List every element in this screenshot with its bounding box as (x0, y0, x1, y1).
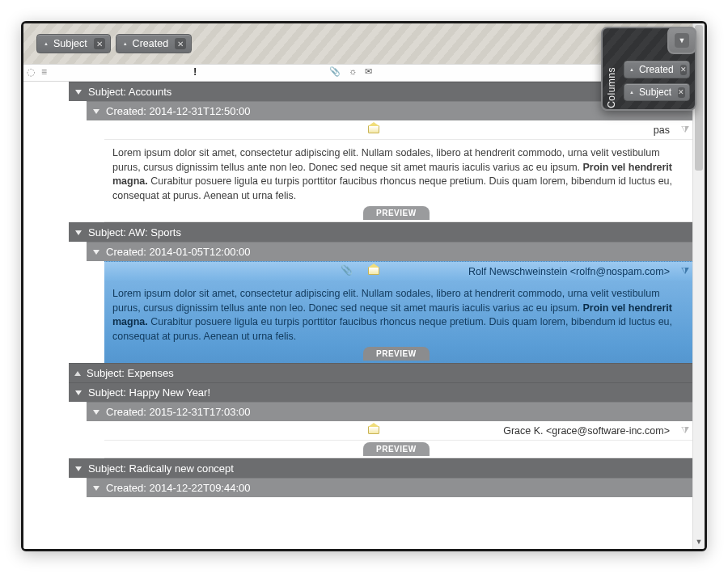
filter-icon[interactable]: ⧩ (681, 124, 689, 135)
chip-remove-icon[interactable]: ✕ (94, 38, 105, 49)
preview-text: Lorem ipsum dolor sit amet, consectetur … (112, 288, 660, 314)
preview-tab-bar: PREVIEW (104, 345, 692, 363)
preview-tab[interactable]: PREVIEW (363, 206, 430, 220)
group-created-label: Created: 2015-12-31T17:03:00 (106, 406, 251, 418)
mail-item: Grace K. <grace@software-inc.com> ⧩ PREV… (104, 421, 692, 458)
sort-asc-icon (629, 90, 634, 95)
preview-text: Curabitur posuere ligula eu turpis portt… (112, 316, 672, 342)
mail-item: pas ⧩ Lorem ipsum dolor sit amet, consec… (104, 120, 692, 222)
group-created-label: Created: 2014-12-31T12:50:00 (106, 105, 251, 117)
header-flag-icons: 📎 ☼ ✉ (329, 66, 372, 77)
sort-asc-icon (123, 41, 128, 46)
filter-icon[interactable]: ⧩ (681, 424, 689, 436)
expand-icon (75, 230, 82, 235)
group-subject-row[interactable]: Subject: AW: Sports (69, 222, 692, 242)
group-subject-label: Subject: Happy New Year! (88, 386, 210, 399)
group-created-label: Created: 2014-01-05T12:00:00 (106, 246, 251, 258)
mail-item-selected: 📎 Rolf Newschweinstein <rolfn@nospam.com… (104, 261, 692, 363)
group-created-row[interactable]: Created: 2014-12-22T09:44:00 (87, 478, 692, 497)
envelope-icon (368, 424, 381, 434)
groupby-chip-created[interactable]: Created ✕ (116, 34, 192, 53)
expand-icon (93, 109, 99, 114)
group-subject-row[interactable]: Subject: Accounts (69, 82, 692, 101)
mail-preview-body: Lorem ipsum dolor sit amet, consectetur … (104, 140, 692, 205)
gutter-icons: ◌ ≡ (27, 66, 47, 78)
grid-body: Subject: Accounts Created: 2014-12-31T12… (23, 82, 692, 549)
column-chip-subject[interactable]: Subject ✕ (624, 83, 690, 101)
group-subject-label: Subject: Expenses (87, 367, 174, 379)
mail-sender: Grace K. <grace@software-inc.com> (503, 425, 686, 437)
preview-text: Curabitur posuere ligula eu turpis portt… (112, 175, 672, 201)
expand-icon (75, 466, 82, 471)
chevron-down-icon: ▼ (675, 33, 689, 48)
columns-chooser-panel: ▼ Columns Created ✕ Subject ✕ (601, 27, 696, 111)
attachment-icon: 📎 (341, 264, 353, 276)
mail-row[interactable]: 📎 Rolf Newschweinstein <rolfn@nospam.com… (104, 261, 692, 281)
preview-tab-bar: PREVIEW (104, 441, 692, 458)
groupby-chip-subject[interactable]: Subject ✕ (36, 34, 111, 53)
chip-label: Subject (53, 38, 87, 49)
preview-text: Lorem ipsum dolor sit amet, consectetur … (112, 147, 660, 173)
expand-icon (74, 371, 81, 376)
mail-sender: Rolf Newschweinstein <rolfn@nospam.com> (468, 266, 686, 277)
group-created-label: Created: 2014-12-22T09:44:00 (106, 482, 251, 494)
chip-label: Created (639, 64, 674, 75)
chip-label: Created (133, 38, 168, 49)
reminder-column-icon[interactable]: ☼ (349, 66, 357, 77)
envelope-icon (368, 124, 381, 133)
preview-tab[interactable]: PREVIEW (363, 442, 430, 456)
mail-row[interactable]: Grace K. <grace@software-inc.com> ⧩ (104, 421, 692, 441)
app-inner: Subject ✕ Created ✕ ◌ ≡ ! 📎 ☼ ✉ ❯ (23, 23, 705, 549)
envelope-icon (368, 265, 381, 275)
group-created-row[interactable]: Created: 2014-01-05T12:00:00 (87, 242, 692, 261)
attachment-column-icon[interactable]: 📎 (329, 66, 341, 77)
group-subject-label: Subject: AW: Sports (88, 226, 181, 238)
importance-column-icon[interactable]: ! (193, 65, 197, 78)
group-created-row[interactable]: Created: 2015-12-31T17:03:00 (87, 402, 692, 421)
mail-row[interactable]: pas ⧩ (104, 120, 692, 140)
expand-icon (93, 486, 99, 491)
sort-asc-icon (44, 41, 49, 46)
expand-icon (93, 250, 99, 255)
chip-label: Subject (639, 87, 671, 98)
drop-icon: ◌ (27, 66, 35, 78)
group-subject-row[interactable]: Subject: Radically new concept (69, 458, 692, 478)
group-subject-row[interactable]: Subject: Happy New Year! (69, 382, 692, 402)
preview-tab-bar: PREVIEW (104, 205, 692, 222)
columns-chip-list: Created ✕ Subject ✕ (624, 61, 690, 101)
expand-icon (75, 390, 82, 395)
app-frame: Subject ✕ Created ✕ ◌ ≡ ! 📎 ☼ ✉ ❯ (21, 21, 707, 551)
scrollbar-down-icon[interactable]: ▼ (693, 538, 705, 549)
mail-preview-body: Lorem ipsum dolor sit amet, consectetur … (104, 281, 692, 345)
column-chip-created[interactable]: Created ✕ (624, 61, 690, 78)
lines-icon: ≡ (41, 66, 47, 78)
group-subject-label: Subject: Accounts (88, 86, 171, 98)
chip-remove-icon[interactable]: ✕ (175, 38, 186, 49)
chip-remove-icon[interactable]: ✕ (680, 65, 687, 75)
chip-remove-icon[interactable]: ✕ (678, 87, 685, 98)
expand-icon (93, 410, 99, 415)
preview-tab[interactable]: PREVIEW (363, 347, 430, 361)
group-subject-row[interactable]: Subject: Expenses (69, 363, 692, 382)
filter-icon[interactable]: ⧩ (681, 265, 689, 276)
sort-asc-icon (629, 67, 634, 72)
mail-column-icon[interactable]: ✉ (365, 66, 372, 77)
expand-icon (75, 90, 82, 95)
columns-panel-title: Columns (606, 67, 617, 108)
columns-toggle-button[interactable]: ▼ (667, 27, 696, 54)
group-subject-label: Subject: Radically new concept (88, 462, 234, 475)
